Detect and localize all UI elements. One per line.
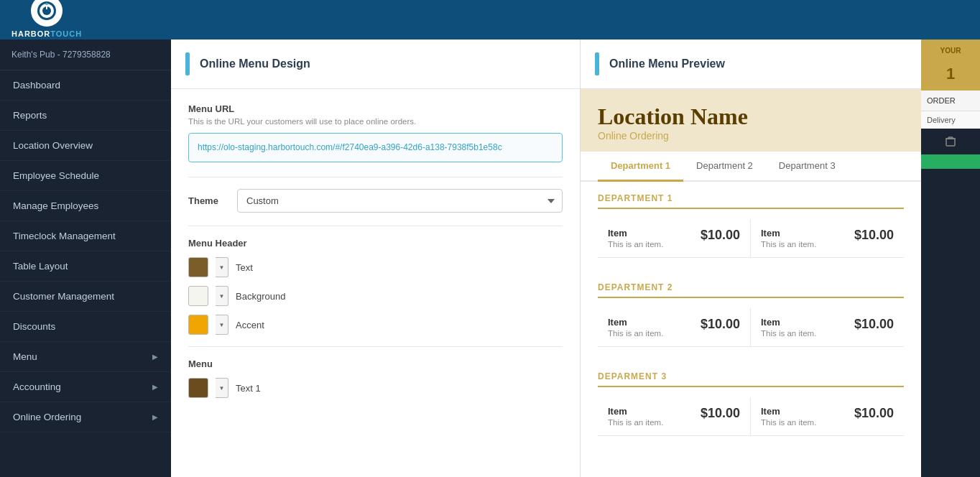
color-row-text1: ▼ Text 1 [188,378,563,398]
sidebar-item-label: Employee Schedule [13,170,99,181]
sidebar-item-table-layout[interactable]: Table Layout [0,251,171,282]
sidebar-item-dashboard[interactable]: Dashboard [0,70,171,101]
item-price: $10.00 [701,317,740,332]
dept-3-divider [598,386,904,387]
menu-location-header: Location Name Online Ordering [581,89,921,152]
top-bar: HARBOR TOUCH A SHIFT4 COMPANY [0,0,980,40]
svg-rect-5 [946,139,955,146]
dept-3-label: DEPARMENT 3 [598,371,904,381]
sidebar-item-reports[interactable]: Reports [0,101,171,131]
logo-touch: TOUCH [50,29,82,38]
color-swatch-text[interactable] [188,257,208,277]
item-price: $10.00 [854,406,894,421]
color-label-text: Text [236,262,253,273]
dept-3-items: Item This is an item. $10.00 Item This i… [598,397,904,436]
accent-bar-preview [595,52,599,75]
color-dropdown-btn-accent[interactable]: ▼ [216,315,228,335]
menu-url-box[interactable]: https://olo-staging.harbortouch.com/#/f2… [188,133,563,162]
sidebar-item-menu[interactable]: Menu ▶ [0,342,171,372]
sidebar-item-accounting[interactable]: Accounting ▶ [0,372,171,402]
list-item: Item This is an item. $10.00 [751,308,904,347]
preview-panel-title: Online Menu Preview [609,57,725,70]
item-name: Item [608,317,692,328]
item-price: $10.00 [854,228,894,243]
dept-2-label: DEPARTMENT 2 [598,282,904,292]
logo: HARBOR TOUCH A SHIFT4 COMPANY [11,0,82,45]
sidebar-item-label: Discounts [13,321,55,332]
logo-icon [31,0,63,27]
item-name: Item [761,406,846,417]
sidebar-item-customer-management[interactable]: Customer Management [0,282,171,312]
color-swatch-background[interactable] [188,286,208,306]
dept-1-divider [598,208,904,209]
tab-department-2[interactable]: Department 2 [683,152,766,182]
item-desc: This is an item. [761,240,846,249]
item-price: $10.00 [701,228,740,243]
sidebar-item-label: Reports [13,110,47,121]
item-desc: This is an item. [608,329,692,338]
department-3-section: DEPARMENT 3 Item This is an item. $10.00 [581,360,921,436]
item-name: Item [608,228,692,239]
color-dropdown-btn-background[interactable]: ▼ [216,286,228,306]
menu-url-sublabel: This is the URL your customers will use … [188,117,563,126]
chevron-right-icon: ▶ [152,383,158,391]
menu-url-label: Menu URL [188,103,563,114]
item-name: Item [761,228,846,239]
item-name: Item [608,406,692,417]
tab-department-3[interactable]: Department 3 [766,152,849,182]
item-price: $10.00 [854,317,894,332]
sidebar-item-label: Dashboard [13,80,60,91]
department-1-section: DEPARTMENT 1 Item This is an item. $10.0… [581,182,921,258]
divider [188,177,563,177]
delete-button[interactable] [921,129,980,154]
sidebar-item-location-overview[interactable]: Location Overview [0,131,171,161]
sidebar-item-label: Manage Employees [13,200,98,211]
item-desc: This is an item. [608,418,692,427]
list-item: Item This is an item. $10.00 [598,219,751,258]
sidebar-item-manage-employees[interactable]: Manage Employees [0,191,171,221]
sidebar-item-employee-schedule[interactable]: Employee Schedule [0,161,171,191]
right-panel-order: ORDER [921,91,980,111]
layout: Keith's Pub - 7279358828 Dashboard Repor… [0,40,980,477]
color-swatch-accent[interactable] [188,315,208,335]
menu-tabs: Department 1 Department 2 Department 3 [581,152,921,182]
item-price: $10.00 [701,406,740,421]
tab-department-1[interactable]: Department 1 [598,152,683,182]
theme-label: Theme [188,195,223,206]
color-label-text1: Text 1 [236,383,261,394]
item-name: Item [761,317,846,328]
sidebar-item-label: Location Overview [13,140,93,151]
design-panel: Online Menu Design Menu URL This is the … [171,40,581,477]
design-panel-title: Online Menu Design [200,57,310,70]
design-panel-header: Online Menu Design [171,40,580,89]
chevron-right-icon: ▶ [152,413,158,421]
menu-section-label: Menu [188,358,563,369]
location-subtitle: Online Ordering [598,130,904,142]
sidebar: Keith's Pub - 7279358828 Dashboard Repor… [0,40,171,477]
divider3 [188,346,563,347]
color-dropdown-btn-text1[interactable]: ▼ [216,378,228,398]
color-dropdown-btn-text[interactable]: ▼ [216,257,228,277]
sidebar-item-online-ordering[interactable]: Online Ordering ▶ [0,402,171,432]
sidebar-item-timeclock-management[interactable]: Timeclock Management [0,221,171,251]
color-row-accent: ▼ Accent [188,315,563,335]
sidebar-item-label: Accounting [13,381,61,392]
theme-select[interactable]: Custom Default Modern Classic [237,189,563,213]
divider2 [188,226,563,226]
list-item: Item This is an item. $10.00 [751,219,904,258]
menu-header-label: Menu Header [188,238,563,249]
preview-panel: Online Menu Preview Location Name Online… [581,40,921,477]
sidebar-item-discounts[interactable]: Discounts [0,312,171,342]
sidebar-item-label: Menu [13,351,37,362]
sidebar-user: Keith's Pub - 7279358828 [0,40,171,70]
color-label-accent: Accent [236,320,264,330]
list-item: Item This is an item. $10.00 [598,308,751,347]
preview-content: Location Name Online Ordering Department… [581,89,921,477]
chevron-right-icon: ▶ [152,353,158,361]
sidebar-item-label: Timeclock Management [13,231,116,241]
color-swatch-text1[interactable] [188,378,208,398]
checkout-button[interactable] [921,154,980,169]
location-name: Location Name [598,103,904,130]
main-content: Online Menu Design Menu URL This is the … [171,40,980,477]
sidebar-item-label: Online Ordering [13,412,81,422]
